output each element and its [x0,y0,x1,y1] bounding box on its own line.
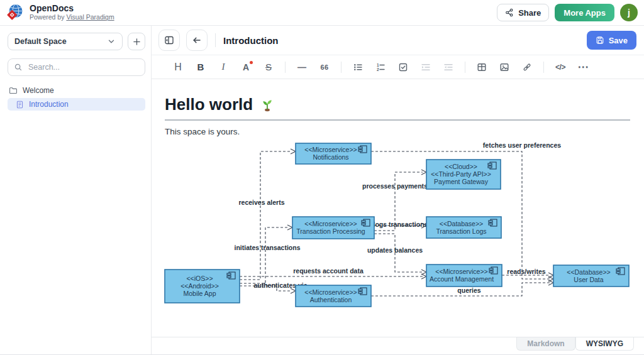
edge-label-initiates-transactions: initiates transactions [234,244,300,251]
more-apps-button[interactable]: More Apps [555,4,614,21]
outdent-icon [443,62,453,72]
intro-paragraph: This space is yours. [165,127,630,136]
tree-item-introduction[interactable]: Introduction [8,98,145,111]
edge-label-queries: queries [457,287,481,294]
svg-text:Payment Gateway: Payment Gateway [434,178,489,185]
arrowhead-authenticates-via [291,288,296,293]
svg-text:<<Cloud>>: <<Cloud>> [445,163,477,170]
svg-text:Transaction Logs: Transaction Logs [436,227,486,235]
task-list-icon [398,62,408,72]
app-logo-icon [6,3,25,22]
diagram-node-transaction-logs: <<Database>>Transaction Logs [426,217,501,238]
app-name: OpenDocs [30,4,114,13]
svg-text:1: 1 [377,62,379,67]
more-tools-button[interactable]: ⋯ [575,59,591,75]
indent-button[interactable] [418,59,434,75]
svg-text:<<Third-Party API>>: <<Third-Party API>> [431,170,491,178]
arrowhead-updates-balances [421,270,426,275]
svg-text:2: 2 [377,67,379,71]
text-color-button[interactable]: A [238,59,254,75]
arrowhead-initiates-transactions [287,225,292,230]
editor-panel: Introduction Save H B I A S — 66 [152,26,644,354]
edge-label-reads-writes: reads/writes [507,268,545,275]
arrowhead-receives-alerts [291,149,296,154]
image-button[interactable] [496,59,513,75]
code-button[interactable]: </> [552,59,569,75]
seedling-emoji-icon [259,96,275,112]
architecture-diagram: receives alertsinitiates transactionsreq… [157,138,635,317]
avatar[interactable]: j [620,4,638,21]
save-button[interactable]: Save [587,31,636,50]
editor-footer: Markdown WYSIWYG [152,337,644,354]
page-title: Introduction [223,35,278,46]
edge-label-updates-balances: updates balances [367,246,423,254]
tree-item-welcome[interactable]: Welcome [0,84,151,97]
svg-text:<<Microservice>>: <<Microservice>> [304,146,357,153]
arrowhead-reads-writes [548,273,553,278]
tab-markdown[interactable]: Markdown [516,337,575,351]
edge-label-logs-transactions: logs transactions [374,221,428,228]
space-selector[interactable]: Default Space [8,33,123,50]
color-dot [250,61,253,64]
opendocs-app: OpenDocs Powered by Visual Paradigm Shar… [0,0,644,355]
svg-text:<<iOS>>: <<iOS>> [186,275,213,282]
document-content[interactable]: Hello world This space is yours. receive… [152,79,644,337]
share-button[interactable]: Share [497,4,549,21]
bullet-list-icon [353,62,363,72]
numbered-list-button[interactable]: 12 [372,59,389,75]
strikethrough-button[interactable]: S [260,59,277,75]
table-button[interactable] [474,59,490,75]
search-icon [14,63,23,72]
document-header: Introduction Save [152,26,644,55]
numbered-list-icon: 12 [375,62,386,72]
bullet-list-button[interactable] [350,59,366,75]
diagram-node-user-data: <<Database>>User Data [553,265,629,287]
svg-text:<<Database>>: <<Database>> [567,268,610,276]
sidebar: Default Space [0,26,152,354]
tab-wysiwyg[interactable]: WYSIWYG [575,337,634,351]
svg-text:Transaction Processing: Transaction Processing [296,227,365,235]
blockquote-button[interactable]: 66 [316,59,333,75]
share-icon [505,8,514,17]
add-space-button[interactable] [128,33,145,50]
search-box[interactable] [8,58,145,76]
diagram-node-notifications: <<Microservice>>Notifications [296,143,371,164]
svg-text:Account Management: Account Management [430,275,494,283]
italic-button[interactable]: I [215,59,231,75]
edge-label-receives-alerts: receives alerts [239,199,285,206]
toggle-sidebar-button[interactable] [158,30,180,51]
search-input[interactable] [27,62,139,72]
heading-button[interactable]: H [170,59,186,75]
link-button[interactable] [519,59,535,75]
toolbar-separator [543,62,544,73]
diagram-node-transaction-processing: <<Microservice>>Transaction Processing [292,217,374,239]
toolbar-separator [465,62,465,73]
outdent-button[interactable] [440,59,457,75]
indent-icon [421,62,431,72]
svg-text:Mobile App: Mobile App [184,290,216,297]
svg-text:<<Microservice>>: <<Microservice>> [304,288,357,296]
diagram-node-payment-gateway: <<Cloud>><<Third-Party API>>Payment Gate… [426,160,501,189]
svg-text:Notifications: Notifications [313,153,348,161]
toolbar-separator [285,62,286,73]
edge-label-processes-payments: processes payments [362,182,428,190]
link-icon [522,62,532,72]
svg-text:<<Database>>: <<Database>> [440,220,483,227]
heading-rule [165,119,630,121]
horizontal-rule-button[interactable]: — [294,59,310,75]
svg-text:<<Android>>: <<Android>> [180,282,219,290]
back-arrow-icon [192,35,202,45]
task-list-button[interactable] [395,59,411,75]
page-tree: Welcome Introduction [0,84,151,111]
table-icon [477,62,487,72]
svg-text:User Data: User Data [574,276,603,283]
svg-text:Authentication: Authentication [310,296,352,303]
edge-label-fetches-user-preferences: fetches user preferences [483,141,561,149]
svg-text:<<Microservice>>: <<Microservice>> [304,220,357,227]
visual-paradigm-link[interactable]: Visual Paradigm [66,13,114,21]
toolbar-separator [341,62,341,73]
edge-label-requests-account-data: requests account data [293,267,364,275]
bold-button[interactable]: B [192,59,209,75]
chevron-down-icon [107,37,116,46]
back-button[interactable] [186,30,208,51]
